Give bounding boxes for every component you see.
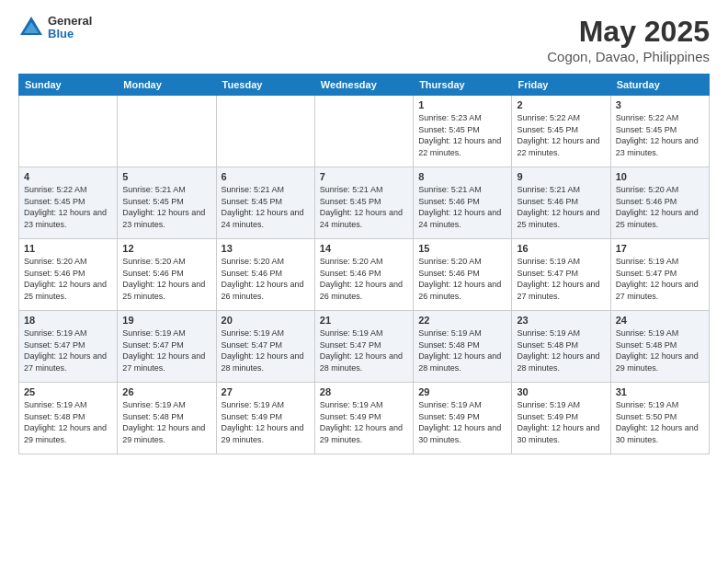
- day-number: 11: [24, 243, 112, 254]
- main-title: May 2025: [547, 15, 710, 49]
- day-info: Sunrise: 5:19 AM Sunset: 5:49 PM Dayligh…: [320, 399, 408, 445]
- day-number: 2: [517, 99, 605, 110]
- calendar-week-5: 25Sunrise: 5:19 AM Sunset: 5:48 PM Dayli…: [19, 383, 710, 454]
- day-info: Sunrise: 5:19 AM Sunset: 5:47 PM Dayligh…: [24, 327, 112, 373]
- day-number: 12: [122, 243, 210, 254]
- day-number: 13: [222, 243, 310, 254]
- day-number: 22: [418, 315, 506, 326]
- day-number: 4: [24, 171, 112, 182]
- table-row: 1Sunrise: 5:23 AM Sunset: 5:45 PM Daylig…: [414, 96, 512, 167]
- col-sunday: Sunday: [19, 75, 118, 96]
- day-info: Sunrise: 5:19 AM Sunset: 5:48 PM Dayligh…: [122, 399, 210, 445]
- day-number: 7: [320, 171, 408, 182]
- table-row: 3Sunrise: 5:22 AM Sunset: 5:45 PM Daylig…: [610, 96, 709, 167]
- day-info: Sunrise: 5:21 AM Sunset: 5:46 PM Dayligh…: [517, 184, 605, 230]
- day-info: Sunrise: 5:19 AM Sunset: 5:47 PM Dayligh…: [122, 327, 210, 373]
- table-row: 8Sunrise: 5:21 AM Sunset: 5:46 PM Daylig…: [414, 167, 512, 239]
- title-section: May 2025 Cogon, Davao, Philippines: [547, 15, 710, 64]
- day-info: Sunrise: 5:19 AM Sunset: 5:48 PM Dayligh…: [517, 327, 605, 373]
- table-row: 11Sunrise: 5:20 AM Sunset: 5:46 PM Dayli…: [19, 239, 118, 311]
- day-info: Sunrise: 5:20 AM Sunset: 5:46 PM Dayligh…: [24, 256, 112, 302]
- col-tuesday: Tuesday: [216, 75, 314, 96]
- day-info: Sunrise: 5:19 AM Sunset: 5:49 PM Dayligh…: [517, 399, 605, 445]
- col-wednesday: Wednesday: [314, 75, 413, 96]
- logo-general: General: [48, 15, 92, 28]
- calendar-week-4: 18Sunrise: 5:19 AM Sunset: 5:47 PM Dayli…: [19, 311, 710, 383]
- day-number: 23: [517, 315, 605, 326]
- table-row: 29Sunrise: 5:19 AM Sunset: 5:49 PM Dayli…: [414, 383, 512, 454]
- table-row: 28Sunrise: 5:19 AM Sunset: 5:49 PM Dayli…: [314, 383, 413, 454]
- day-number: 27: [222, 386, 310, 397]
- day-info: Sunrise: 5:20 AM Sunset: 5:46 PM Dayligh…: [122, 256, 210, 302]
- table-row: 22Sunrise: 5:19 AM Sunset: 5:48 PM Dayli…: [414, 311, 512, 383]
- calendar-header-row: Sunday Monday Tuesday Wednesday Thursday…: [19, 75, 710, 96]
- table-row: 14Sunrise: 5:20 AM Sunset: 5:46 PM Dayli…: [314, 239, 413, 311]
- day-info: Sunrise: 5:19 AM Sunset: 5:47 PM Dayligh…: [616, 256, 704, 302]
- day-number: 25: [24, 386, 112, 397]
- day-info: Sunrise: 5:22 AM Sunset: 5:45 PM Dayligh…: [517, 112, 605, 158]
- table-row: 5Sunrise: 5:21 AM Sunset: 5:45 PM Daylig…: [118, 167, 216, 239]
- day-info: Sunrise: 5:19 AM Sunset: 5:49 PM Dayligh…: [418, 399, 506, 445]
- logo: General Blue: [18, 15, 92, 41]
- day-number: 3: [616, 99, 704, 110]
- table-row: 17Sunrise: 5:19 AM Sunset: 5:47 PM Dayli…: [610, 239, 709, 311]
- header: General Blue May 2025 Cogon, Davao, Phil…: [18, 15, 710, 64]
- day-info: Sunrise: 5:19 AM Sunset: 5:48 PM Dayligh…: [24, 399, 112, 445]
- col-friday: Friday: [512, 75, 610, 96]
- day-info: Sunrise: 5:23 AM Sunset: 5:45 PM Dayligh…: [418, 112, 506, 158]
- calendar-table: Sunday Monday Tuesday Wednesday Thursday…: [18, 74, 710, 454]
- table-row: 9Sunrise: 5:21 AM Sunset: 5:46 PM Daylig…: [512, 167, 610, 239]
- table-row: 18Sunrise: 5:19 AM Sunset: 5:47 PM Dayli…: [19, 311, 118, 383]
- day-number: 1: [418, 99, 506, 110]
- day-info: Sunrise: 5:19 AM Sunset: 5:47 PM Dayligh…: [222, 327, 310, 373]
- table-row: 20Sunrise: 5:19 AM Sunset: 5:47 PM Dayli…: [216, 311, 314, 383]
- day-number: 17: [616, 243, 704, 254]
- calendar-week-1: 1Sunrise: 5:23 AM Sunset: 5:45 PM Daylig…: [19, 96, 710, 167]
- day-number: 9: [517, 171, 605, 182]
- day-number: 26: [122, 386, 210, 397]
- table-row: 7Sunrise: 5:21 AM Sunset: 5:45 PM Daylig…: [314, 167, 413, 239]
- table-row: 30Sunrise: 5:19 AM Sunset: 5:49 PM Dayli…: [512, 383, 610, 454]
- table-row: 16Sunrise: 5:19 AM Sunset: 5:47 PM Dayli…: [512, 239, 610, 311]
- day-number: 5: [122, 171, 210, 182]
- logo-icon: [18, 15, 44, 40]
- day-number: 15: [418, 243, 506, 254]
- col-thursday: Thursday: [414, 75, 512, 96]
- day-number: 18: [24, 315, 112, 326]
- day-number: 20: [222, 315, 310, 326]
- day-number: 6: [222, 171, 310, 182]
- day-info: Sunrise: 5:20 AM Sunset: 5:46 PM Dayligh…: [418, 256, 506, 302]
- table-row: 31Sunrise: 5:19 AM Sunset: 5:50 PM Dayli…: [610, 383, 709, 454]
- day-info: Sunrise: 5:21 AM Sunset: 5:45 PM Dayligh…: [222, 184, 310, 230]
- table-row: 23Sunrise: 5:19 AM Sunset: 5:48 PM Dayli…: [512, 311, 610, 383]
- logo-blue: Blue: [48, 28, 92, 40]
- day-info: Sunrise: 5:20 AM Sunset: 5:46 PM Dayligh…: [320, 256, 408, 302]
- logo-text: General Blue: [48, 15, 92, 41]
- day-info: Sunrise: 5:22 AM Sunset: 5:45 PM Dayligh…: [24, 184, 112, 230]
- day-number: 8: [418, 171, 506, 182]
- col-monday: Monday: [118, 75, 216, 96]
- table-row: 26Sunrise: 5:19 AM Sunset: 5:48 PM Dayli…: [118, 383, 216, 454]
- table-row: 21Sunrise: 5:19 AM Sunset: 5:47 PM Dayli…: [314, 311, 413, 383]
- day-info: Sunrise: 5:19 AM Sunset: 5:48 PM Dayligh…: [616, 327, 704, 373]
- day-number: 21: [320, 315, 408, 326]
- table-row: [19, 96, 118, 167]
- day-number: 10: [616, 171, 704, 182]
- day-number: 28: [320, 386, 408, 397]
- table-row: 24Sunrise: 5:19 AM Sunset: 5:48 PM Dayli…: [610, 311, 709, 383]
- table-row: [314, 96, 413, 167]
- day-info: Sunrise: 5:20 AM Sunset: 5:46 PM Dayligh…: [222, 256, 310, 302]
- day-info: Sunrise: 5:19 AM Sunset: 5:47 PM Dayligh…: [517, 256, 605, 302]
- day-info: Sunrise: 5:21 AM Sunset: 5:45 PM Dayligh…: [122, 184, 210, 230]
- table-row: 13Sunrise: 5:20 AM Sunset: 5:46 PM Dayli…: [216, 239, 314, 311]
- table-row: 19Sunrise: 5:19 AM Sunset: 5:47 PM Dayli…: [118, 311, 216, 383]
- day-info: Sunrise: 5:20 AM Sunset: 5:46 PM Dayligh…: [616, 184, 704, 230]
- table-row: 6Sunrise: 5:21 AM Sunset: 5:45 PM Daylig…: [216, 167, 314, 239]
- table-row: 12Sunrise: 5:20 AM Sunset: 5:46 PM Dayli…: [118, 239, 216, 311]
- day-number: 29: [418, 386, 506, 397]
- day-info: Sunrise: 5:21 AM Sunset: 5:45 PM Dayligh…: [320, 184, 408, 230]
- day-number: 30: [517, 386, 605, 397]
- subtitle: Cogon, Davao, Philippines: [547, 49, 710, 64]
- table-row: [118, 96, 216, 167]
- table-row: 25Sunrise: 5:19 AM Sunset: 5:48 PM Dayli…: [19, 383, 118, 454]
